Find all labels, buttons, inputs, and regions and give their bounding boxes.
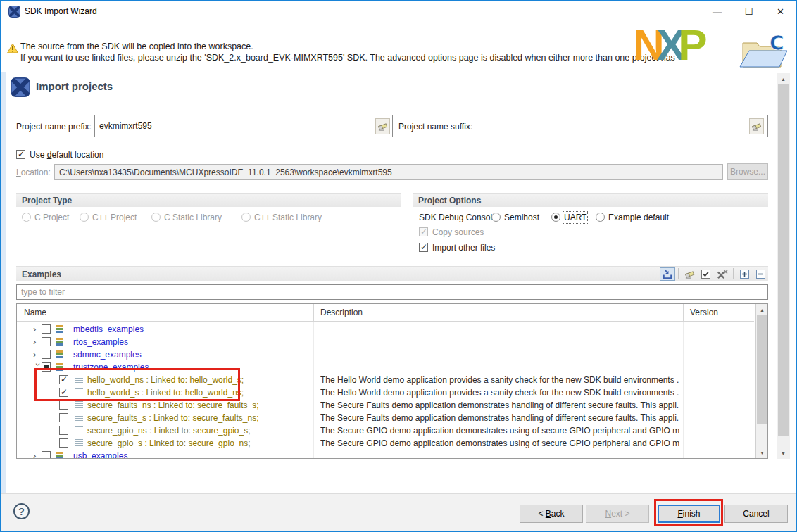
row-checkbox[interactable] — [42, 350, 51, 359]
uart-label[interactable]: UART — [564, 213, 586, 222]
table-row[interactable]: hello_world_ns : Linked to: hello_world_… — [17, 374, 754, 386]
table-row[interactable]: hello_world_s : Linked to: hello_world_n… — [17, 386, 754, 399]
uart-radio[interactable] — [551, 213, 560, 222]
button-bar: ? < Back Next > Finish Cancel — [1, 493, 796, 532]
close-button[interactable]: ✕ — [765, 1, 796, 22]
clear-selection-x-icon — [716, 269, 728, 279]
table-row[interactable]: › sdmmc_examples — [17, 348, 754, 361]
example-name[interactable]: sdmmc_examples — [73, 350, 142, 360]
example-name[interactable]: mbedtls_examples — [73, 324, 144, 334]
location-label: Location: — [16, 167, 51, 177]
use-default-location-label[interactable]: Use default location — [30, 150, 103, 160]
example-name[interactable]: usb_examples — [73, 451, 127, 459]
title-bar[interactable]: SDK Import Wizard — ☐ ✕ — [1, 1, 796, 22]
expander-icon[interactable]: › — [33, 336, 42, 347]
scroll-down-arrow[interactable]: ▼ — [756, 447, 768, 458]
deselect-all-button[interactable] — [714, 267, 729, 281]
c-static-library-radio — [151, 213, 161, 222]
scrollbar-thumb[interactable] — [757, 315, 767, 424]
column-header-version[interactable]: Version — [690, 308, 718, 317]
expander-icon[interactable]: › — [33, 349, 42, 360]
sdk-component-icon — [56, 325, 63, 334]
row-checkbox[interactable] — [59, 413, 68, 422]
row-checkbox[interactable] — [59, 388, 68, 397]
table-row[interactable]: › usb_examples — [17, 450, 754, 459]
row-checkbox[interactable] — [59, 400, 68, 410]
project-type-section-header: Project Type — [16, 193, 401, 207]
back-button[interactable]: < Back — [520, 505, 583, 523]
row-checkbox[interactable] — [42, 324, 51, 334]
row-checkbox[interactable] — [59, 426, 68, 435]
table-row[interactable]: › rtos_examples — [17, 336, 754, 348]
example-lines-icon — [75, 401, 83, 409]
example-name[interactable]: secure_gpio_s : Linked to: secure_gpio_n… — [87, 438, 251, 448]
suffix-clear-button[interactable] — [749, 118, 764, 134]
column-header-description[interactable]: Description — [320, 308, 363, 317]
example-default-label[interactable]: Example default — [608, 213, 669, 222]
clear-filter-button[interactable] — [682, 267, 697, 281]
maximize-button[interactable]: ☐ — [733, 1, 765, 22]
use-default-location-checkbox[interactable] — [16, 150, 25, 159]
example-name[interactable]: secure_faults_ns : Linked to: secure_fau… — [87, 400, 258, 410]
row-checkbox[interactable] — [59, 375, 68, 384]
table-row[interactable]: › mbedtls_examples — [17, 323, 754, 336]
cpp-project-label: C++ Project — [92, 213, 137, 222]
cancel-button[interactable]: Cancel — [724, 505, 788, 523]
examples-title: Examples — [22, 270, 61, 279]
example-description: The Secure GPIO demo application demonst… — [320, 438, 679, 448]
expander-icon[interactable]: › — [33, 450, 42, 459]
help-button[interactable]: ? — [13, 503, 30, 519]
dialog-scrollbar[interactable]: ▲ ▼ — [777, 73, 790, 459]
column-divider[interactable] — [313, 304, 314, 322]
table-row[interactable]: secure_gpio_s : Linked to: secure_gpio_n… — [17, 437, 754, 450]
suffix-input[interactable] — [477, 115, 768, 137]
row-checkbox[interactable] — [42, 451, 51, 459]
project-options-section-header: Project Options — [413, 193, 768, 207]
example-name[interactable]: trustzone_examples — [73, 362, 149, 372]
import-from-filesystem-button[interactable] — [660, 267, 675, 281]
table-row[interactable]: › trustzone_examples — [17, 361, 754, 374]
row-checkbox[interactable] — [59, 438, 68, 448]
scroll-up-arrow[interactable]: ▲ — [777, 73, 789, 84]
import-other-files-checkbox[interactable] — [419, 243, 428, 252]
examples-filter-input[interactable] — [16, 284, 768, 300]
example-name[interactable]: secure_gpio_ns : Linked to: secure_gpio_… — [87, 426, 251, 436]
column-header-name[interactable]: Name — [24, 308, 46, 317]
example-name[interactable]: hello_world_ns : Linked to: hello_world_… — [87, 375, 244, 385]
table-row[interactable]: secure_faults_ns : Linked to: secure_fau… — [17, 399, 754, 412]
table-row[interactable]: secure_faults_s : Linked to: secure_faul… — [17, 412, 754, 424]
eraser-icon — [751, 122, 762, 131]
semihost-label[interactable]: Semihost — [504, 213, 539, 222]
row-checkbox[interactable] — [42, 362, 51, 372]
finish-button[interactable]: Finish — [658, 505, 720, 523]
expander-icon[interactable]: › — [33, 324, 42, 334]
collapse-all-button[interactable] — [753, 267, 768, 281]
example-name[interactable]: hello_world_s : Linked to: hello_world_n… — [87, 388, 244, 398]
scroll-up-arrow[interactable]: ▲ — [756, 304, 768, 315]
expand-all-icon — [739, 269, 750, 279]
import-tray-icon — [662, 269, 673, 279]
select-all-button[interactable] — [698, 267, 713, 281]
scroll-down-arrow[interactable]: ▼ — [777, 448, 789, 459]
example-default-radio[interactable] — [596, 213, 605, 222]
row-checkbox[interactable] — [42, 337, 51, 346]
c-static-library-label: C Static Library — [164, 213, 222, 222]
import-other-files-label[interactable]: Import other files — [432, 243, 495, 253]
table-scrollbar[interactable]: ▲ ▼ — [755, 304, 768, 458]
example-lines-icon — [75, 376, 83, 384]
scrollbar-thumb[interactable] — [778, 84, 789, 436]
semihost-radio[interactable] — [491, 213, 501, 222]
example-description: The Secure GPIO demo application demonst… — [320, 426, 679, 436]
example-name[interactable]: rtos_examples — [73, 337, 128, 347]
prefix-clear-button[interactable] — [375, 118, 390, 134]
prefix-input[interactable] — [94, 115, 393, 137]
sdk-import-wizard-window: SDK Import Wizard — ☐ ✕ The source from … — [0, 0, 797, 532]
c-project-label: C Project — [34, 213, 69, 222]
prefix-label: Project name prefix: — [16, 122, 92, 132]
cpp-static-library-radio — [241, 213, 251, 222]
column-divider[interactable] — [683, 304, 684, 322]
page-title: Import projects — [36, 80, 113, 92]
example-name[interactable]: secure_faults_s : Linked to: secure_faul… — [87, 413, 258, 423]
table-row[interactable]: secure_gpio_ns : Linked to: secure_gpio_… — [17, 424, 754, 437]
expand-all-button[interactable] — [736, 267, 752, 281]
